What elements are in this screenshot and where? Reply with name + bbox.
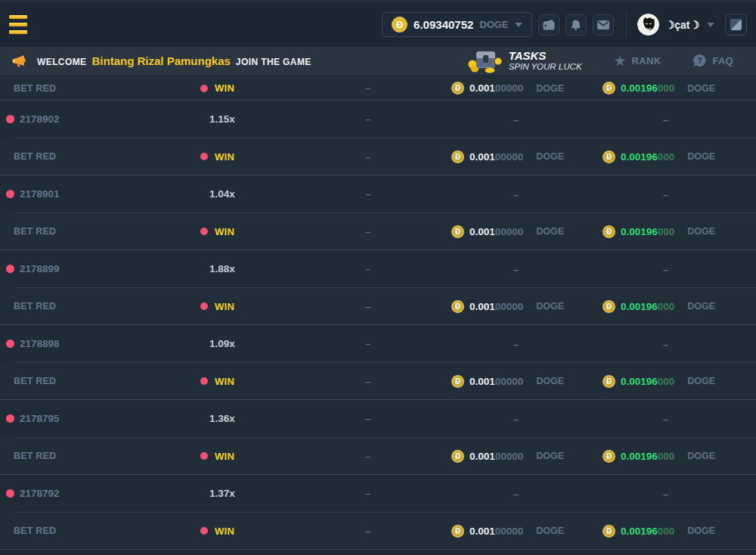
faq-label: FAQ <box>712 55 733 67</box>
balance-selector[interactable]: Ð 6.09340752 DOGE <box>382 12 532 37</box>
bet-id-row[interactable]: 2178792 1.37x – – – <box>0 475 756 513</box>
wallet-button[interactable] <box>538 14 559 36</box>
promo-bar: WELCOME Bintang Rizal Pamungkas JOIN THE… <box>0 47 756 76</box>
multiplier-value: 1.09x <box>209 338 235 349</box>
bet-id-row[interactable]: 2178795 1.36x – – – <box>0 400 756 438</box>
doge-coin-icon: Ð <box>603 525 615 538</box>
bet-type-label: BET RED <box>14 526 56 536</box>
welcome-banner: WELCOME Bintang Rizal Pamungkas JOIN THE… <box>11 53 311 70</box>
bet-id: 2178899 <box>20 263 60 274</box>
tasks-subtitle: SPIN YOUR LUCK <box>509 62 582 72</box>
doge-coin-icon: Ð <box>603 225 615 238</box>
doge-coin-icon: Ð <box>603 150 615 163</box>
bet-id: 2178898 <box>20 338 60 349</box>
bet-id: 2178795 <box>20 413 60 424</box>
bet-amount: 0.00100000 <box>469 451 523 462</box>
profit-amount: 0.00196000 <box>621 151 674 163</box>
result-dot <box>200 377 208 385</box>
bet-type-label: BET RED <box>14 83 56 94</box>
currency-label: DOGE <box>687 526 715 536</box>
bet-detail-row[interactable]: BET RED WIN – Ð 0.00100000 DOGE Ð 0.0019… <box>0 138 756 176</box>
bet-id-row[interactable]: 2178902 1.15x – – – <box>0 101 756 138</box>
currency-label: DOGE <box>687 451 715 461</box>
doge-coin-icon: Ð <box>451 82 464 95</box>
bet-amount: 0.00100000 <box>469 301 523 312</box>
profit-amount: 0.00196000 <box>621 526 674 537</box>
svg-text:?: ? <box>698 56 703 65</box>
bet-detail-row[interactable]: BET RED WIN – Ð 0.00100000 DOGE Ð 0.0019… <box>0 213 756 251</box>
currency-label: DOGE <box>536 301 564 312</box>
currency-label: DOGE <box>687 83 715 94</box>
hamburger-menu-button[interactable] <box>6 10 36 40</box>
result-label: WIN <box>215 301 234 312</box>
bet-detail-row[interactable]: BET RED WIN – Ð 0.00100000 DOGE Ð 0.0019… <box>0 288 756 326</box>
empty-value: – <box>513 339 519 350</box>
megaphone-icon <box>11 53 28 70</box>
bet-amount: 0.00100000 <box>469 526 523 537</box>
bet-id-dot <box>6 190 14 198</box>
profit-amount: 0.00196000 <box>621 301 674 312</box>
currency-label: DOGE <box>536 376 564 386</box>
user-menu[interactable]: ☽çat☽ <box>637 14 714 36</box>
bet-id: 2178901 <box>20 188 60 200</box>
bet-id-row[interactable]: 2178901 1.04x – – – <box>0 175 756 213</box>
result-label: WIN <box>215 451 234 462</box>
empty-value: – <box>365 151 370 163</box>
bet-detail-row[interactable]: BET RED WIN – Ð 0.00100000 DOGE Ð 0.0019… <box>0 76 756 101</box>
profit-amount: 0.00196000 <box>621 226 674 237</box>
profit-amount: 0.00196000 <box>621 82 674 94</box>
empty-value: – <box>365 451 370 462</box>
rank-button[interactable]: ★ RANK <box>614 54 662 68</box>
bet-id-dot <box>6 115 14 123</box>
empty-value: – <box>365 338 370 349</box>
empty-value: – <box>365 376 370 387</box>
empty-value: – <box>663 189 668 200</box>
empty-value: – <box>663 114 668 126</box>
avatar <box>637 14 659 36</box>
empty-value: – <box>513 264 519 275</box>
chat-toggle-button[interactable] <box>725 14 747 36</box>
empty-value: – <box>513 488 519 500</box>
empty-value: – <box>663 339 668 350</box>
bet-id-row[interactable]: 2178898 1.09x – – – <box>0 325 756 363</box>
empty-value: – <box>365 488 370 499</box>
bet-detail-row[interactable]: BET RED WIN – Ð 0.00100000 DOGE Ð 0.0019… <box>0 363 756 401</box>
chevron-down-icon <box>515 23 522 27</box>
doge-coin-icon: Ð <box>451 300 464 313</box>
star-icon: ★ <box>614 54 627 68</box>
result-label: WIN <box>215 82 234 94</box>
welcome-username: Bintang Rizal Pamungkas <box>91 54 230 67</box>
empty-value: – <box>663 414 668 425</box>
bet-amount: 0.00100000 <box>469 376 523 387</box>
bet-id-dot <box>6 265 14 273</box>
messages-button[interactable] <box>593 14 614 36</box>
doge-coin-icon: Ð <box>451 225 464 238</box>
bet-detail-row[interactable]: BET RED WIN – Ð 0.00100000 DOGE Ð 0.0019… <box>0 513 756 550</box>
multiplier-value: 1.88x <box>209 263 235 274</box>
result-label: WIN <box>215 526 234 537</box>
chevron-down-icon <box>707 23 714 27</box>
tasks-widget[interactable]: TASKS SPIN YOUR LUCK <box>467 48 582 73</box>
balance-amount: 6.09340752 <box>414 18 473 31</box>
empty-value: – <box>365 301 370 312</box>
currency-label: DOGE <box>687 376 715 386</box>
bet-detail-row[interactable]: BET RED WIN – Ð 0.00100000 DOGE Ð 0.0019… <box>0 438 756 476</box>
multiplier-value: 1.04x <box>209 188 235 200</box>
empty-value: – <box>663 488 668 500</box>
top-bar: Ð 6.09340752 DOGE <box>0 0 756 47</box>
notifications-button[interactable] <box>565 14 587 36</box>
result-dot <box>200 302 208 310</box>
doge-coin-icon: Ð <box>451 525 464 538</box>
faq-button[interactable]: ? FAQ <box>692 54 733 68</box>
empty-value: – <box>365 113 370 125</box>
bet-id-row[interactable]: 2178899 1.88x – – – <box>0 250 756 288</box>
bet-id-dot <box>6 340 14 348</box>
result-label: WIN <box>215 376 234 387</box>
empty-value: – <box>365 226 370 237</box>
multiplier-value: 1.36x <box>209 413 235 424</box>
multiplier-value: 1.37x <box>209 488 235 499</box>
doge-coin-icon: Ð <box>451 450 464 463</box>
profit-amount: 0.00196000 <box>621 376 674 387</box>
username: ☽çat☽ <box>665 19 699 31</box>
bet-amount: 0.00100000 <box>469 226 523 237</box>
